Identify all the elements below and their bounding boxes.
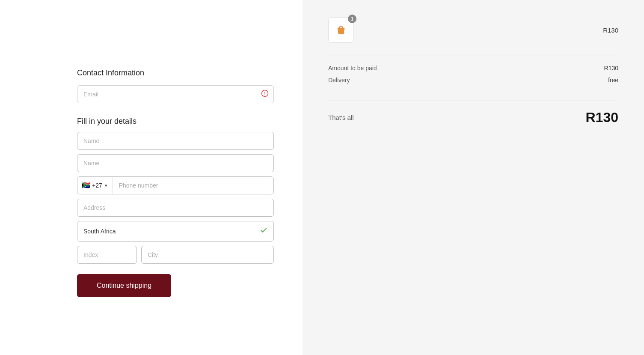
country-value: South Africa — [83, 228, 260, 235]
shopping-bag-icon — [334, 23, 348, 37]
amount-value: R130 — [604, 65, 618, 72]
delivery-value: free — [608, 77, 618, 84]
email-input[interactable] — [77, 85, 274, 103]
warning-icon — [261, 89, 269, 99]
country-selector[interactable]: South Africa — [77, 221, 274, 242]
delivery-row: Delivery free — [328, 77, 618, 84]
phone-wrapper: 🇿🇦 +27 ▼ — [77, 176, 274, 194]
order-summary: Amount to be paid R130 Delivery free — [328, 56, 618, 89]
phone-dropdown-arrow: ▼ — [104, 183, 108, 188]
contact-section-title: Contact Information — [77, 69, 268, 78]
right-panel: 1 R130 Amount to be paid R130 Delivery f… — [303, 0, 644, 355]
contact-section: Contact Information — [77, 69, 268, 103]
total-row: That's all R130 — [328, 101, 618, 125]
city-input[interactable] — [141, 246, 274, 264]
email-field-wrapper — [77, 85, 274, 103]
left-panel: Contact Information Fill in your details — [0, 0, 303, 355]
phone-prefix[interactable]: 🇿🇦 +27 ▼ — [77, 177, 113, 194]
address-input[interactable] — [77, 199, 274, 217]
details-section-title: Fill in your details — [77, 117, 268, 126]
sa-flag-icon: 🇿🇦 — [82, 182, 90, 189]
last-name-input[interactable] — [77, 154, 274, 172]
phone-code: +27 — [92, 182, 102, 189]
cart-item-row: 1 R130 — [328, 17, 618, 43]
index-city-row — [77, 246, 274, 264]
cart-badge: 1 — [348, 15, 356, 23]
index-input[interactable] — [77, 246, 137, 264]
amount-row: Amount to be paid R130 — [328, 65, 618, 72]
continue-shipping-button[interactable]: Continue shipping — [77, 274, 171, 297]
details-form-group: 🇿🇦 +27 ▼ South Africa — [77, 132, 274, 264]
delivery-label: Delivery — [328, 77, 350, 84]
country-check-icon — [260, 227, 267, 236]
amount-label: Amount to be paid — [328, 65, 377, 72]
details-section: Fill in your details 🇿🇦 +27 ▼ South Afri… — [77, 117, 268, 297]
cart-icon-wrapper: 1 — [328, 17, 354, 43]
phone-input[interactable] — [113, 177, 273, 194]
total-amount: R130 — [586, 110, 619, 125]
cart-price: R130 — [603, 27, 618, 34]
total-label: That's all — [328, 114, 354, 121]
first-name-input[interactable] — [77, 132, 274, 150]
